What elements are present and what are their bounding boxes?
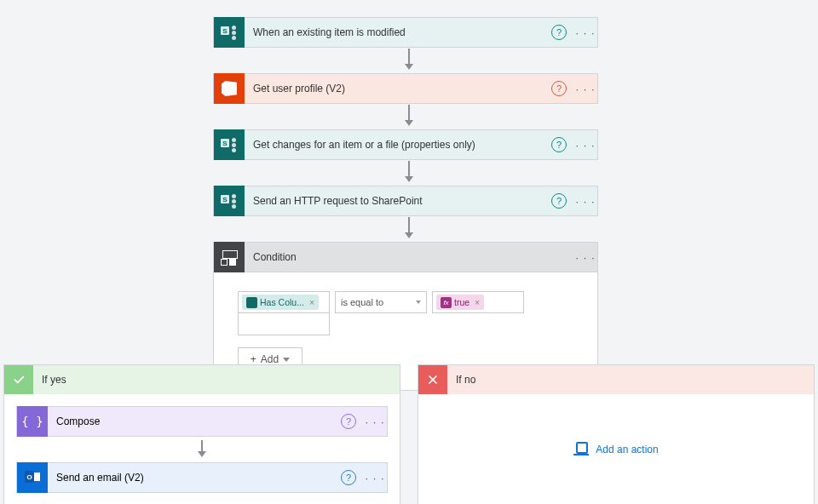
send-email-step[interactable]: Send an email (V2) ? · · ·: [16, 462, 388, 493]
condition-step[interactable]: Condition · · ·: [213, 242, 598, 272]
get-changes-step[interactable]: Get changes for an item or a file (prope…: [213, 129, 598, 160]
arrow-icon: [404, 161, 414, 185]
more-menu-icon[interactable]: · · ·: [573, 139, 597, 152]
add-action-label: Add an action: [596, 444, 658, 455]
more-menu-icon[interactable]: · · ·: [573, 251, 597, 264]
token-label: Has Colu...: [260, 297, 304, 307]
step-title: Send an HTTP request to SharePoint: [245, 195, 551, 207]
arrow-icon: [197, 440, 207, 459]
condition-operator-select[interactable]: is equal to: [335, 291, 427, 313]
chevron-down-icon: [283, 358, 290, 362]
step-title: Get changes for an item or a file (prope…: [245, 139, 551, 151]
branch-label: If no: [456, 374, 475, 386]
sharepoint-icon: [246, 297, 257, 308]
arrow-icon: [404, 49, 414, 72]
condition-right-operand[interactable]: fx true ×: [432, 291, 524, 313]
if-no-branch: If no Add an action: [418, 364, 815, 504]
chevron-down-icon: [416, 301, 421, 304]
more-menu-icon[interactable]: · · ·: [363, 472, 387, 484]
help-icon[interactable]: ?: [551, 81, 567, 96]
get-user-profile-step[interactable]: Get user profile (V2) ? · · ·: [213, 73, 598, 104]
condition-icon: [214, 242, 245, 272]
branches: If yes { } Compose ? · · · Send an email…: [3, 364, 815, 504]
branch-label: If yes: [42, 374, 66, 386]
step-title: Condition: [245, 251, 573, 263]
sharepoint-icon: [214, 129, 245, 160]
more-menu-icon[interactable]: · · ·: [573, 26, 597, 39]
fx-icon: fx: [441, 297, 452, 308]
more-menu-icon[interactable]: · · ·: [363, 415, 387, 428]
plus-icon: +: [251, 353, 256, 365]
if-yes-branch: If yes { } Compose ? · · · Send an email…: [3, 364, 400, 504]
trigger-step[interactable]: When an existing item is modified ? · · …: [213, 17, 598, 48]
add-action-icon: [573, 444, 589, 455]
compose-icon: { }: [17, 406, 48, 437]
step-title: Get user profile (V2): [245, 83, 551, 94]
office365-icon: [214, 73, 245, 104]
branch-header-yes: If yes: [4, 365, 400, 394]
step-title: Compose: [48, 415, 341, 427]
remove-token-icon[interactable]: ×: [475, 297, 480, 307]
outlook-icon: [17, 462, 48, 493]
add-action-button[interactable]: Add an action: [573, 444, 658, 455]
dynamic-content-token[interactable]: Has Colu... ×: [242, 295, 319, 310]
sharepoint-icon: [214, 17, 245, 48]
help-icon[interactable]: ?: [551, 137, 567, 152]
condition-left-operand[interactable]: Has Colu... ×: [238, 291, 330, 313]
http-request-step[interactable]: Send an HTTP request to SharePoint ? · ·…: [213, 186, 598, 216]
more-menu-icon[interactable]: · · ·: [573, 83, 597, 95]
operator-label: is equal to: [341, 297, 383, 307]
close-icon: [418, 365, 447, 394]
arrow-icon: [404, 217, 414, 241]
help-icon[interactable]: ?: [551, 193, 567, 209]
check-icon: [4, 365, 33, 394]
help-icon[interactable]: ?: [551, 25, 567, 40]
add-label: Add: [261, 353, 279, 365]
expression-token[interactable]: fx true ×: [436, 295, 484, 310]
more-menu-icon[interactable]: · · ·: [573, 195, 597, 208]
sharepoint-icon: [214, 186, 245, 216]
branch-header-no: If no: [418, 365, 814, 394]
condition-left-operand-extra[interactable]: [238, 313, 330, 335]
remove-token-icon[interactable]: ×: [309, 297, 314, 307]
arrow-icon: [404, 105, 414, 129]
step-title: Send an email (V2): [48, 472, 341, 484]
step-title: When an existing item is modified: [245, 26, 551, 38]
compose-step[interactable]: { } Compose ? · · ·: [16, 406, 388, 437]
token-label: true: [454, 297, 469, 307]
help-icon[interactable]: ?: [341, 414, 356, 429]
help-icon[interactable]: ?: [341, 470, 356, 485]
